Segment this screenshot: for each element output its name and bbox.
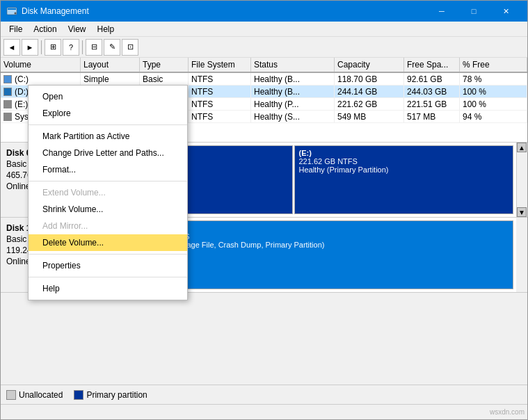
toolbar-forward[interactable]: ► — [22, 39, 38, 56]
svg-rect-1 — [8, 8, 16, 10]
legend-unalloc-box — [6, 390, 16, 400]
ctx-extend: Extend Volume... — [29, 184, 187, 201]
cell-pct-1: 100 % — [460, 86, 527, 97]
cell-pct-3: 94 % — [460, 111, 527, 122]
disk-management-window: Disk Management ─ □ ✕ File Action View H… — [0, 0, 528, 420]
title-controls: ─ □ ✕ — [426, 1, 522, 22]
legend-primary-box — [74, 390, 83, 400]
table-row[interactable]: (C:) Simple Basic NTFS Healthy (B... 118… — [1, 73, 527, 86]
ctx-help[interactable]: Help — [29, 280, 187, 297]
cell-free-0: 92.61 GB — [404, 73, 460, 85]
cell-free-2: 221.51 GB — [404, 98, 460, 110]
ctx-shrink[interactable]: Shrink Volume... — [29, 201, 187, 218]
scrollbar-spacer — [516, 218, 527, 292]
legend-primary: Primary partition — [74, 390, 147, 400]
cell-fs-2: NTFS — [189, 98, 251, 110]
toolbar-back[interactable]: ◄ — [3, 39, 20, 56]
ctx-explore[interactable]: Explore — [29, 105, 187, 122]
col-capacity[interactable]: Capacity — [335, 58, 404, 72]
ctx-sep-4 — [29, 277, 187, 277]
toolbar: ◄ ► ⊞ ? ⊟ ✎ ⊡ — [1, 37, 527, 58]
volume-icon-3 — [3, 113, 12, 121]
cell-status-2: Healthy (P... — [251, 98, 335, 110]
ctx-format[interactable]: Format... — [29, 161, 187, 178]
d0p1-detail1: 221.62 GB NTFS — [299, 157, 509, 165]
toolbar-edit[interactable]: ✎ — [104, 39, 120, 56]
toolbar-help[interactable]: ? — [63, 39, 79, 56]
scroll-up[interactable]: ▲ — [517, 143, 527, 152]
context-menu: Open Explore Mark Partition as Active Ch… — [28, 85, 188, 300]
menu-view[interactable]: View — [63, 23, 92, 35]
title-bar-left: Disk Management — [6, 6, 89, 17]
minimize-button[interactable]: ─ — [426, 1, 458, 22]
title-bar: Disk Management ─ □ ✕ — [1, 1, 527, 22]
cell-type-0: Basic — [140, 73, 189, 85]
col-layout[interactable]: Layout — [81, 58, 140, 72]
app-icon — [6, 6, 17, 17]
toolbar-square[interactable]: ⊡ — [122, 39, 138, 56]
menu-file[interactable]: File — [3, 23, 28, 35]
cell-free-3: 517 MB — [404, 111, 460, 122]
d0p1-label: (E:) — [299, 149, 509, 157]
cell-status-1: Healthy (B... — [251, 86, 335, 97]
window-title: Disk Management — [22, 6, 89, 16]
col-status[interactable]: Status — [251, 58, 335, 72]
ctx-properties[interactable]: Properties — [29, 257, 187, 274]
menu-help[interactable]: Help — [92, 23, 120, 35]
scroll-area — [517, 152, 527, 207]
status-bar: wsxdn.com — [1, 404, 527, 419]
cell-status-0: Healthy (B... — [251, 73, 335, 85]
ctx-change-letter[interactable]: Change Drive Letter and Paths... — [29, 145, 187, 161]
ctx-sep-3 — [29, 254, 187, 255]
ctx-delete-volume[interactable]: Delete Volume... — [29, 234, 187, 251]
svg-point-2 — [15, 13, 17, 15]
menu-action[interactable]: Action — [28, 23, 62, 35]
volume-icon-2 — [3, 100, 12, 108]
ctx-open[interactable]: Open — [29, 88, 187, 105]
cell-pct-2: 100 % — [460, 98, 527, 110]
cell-capacity-3: 549 MB — [335, 111, 404, 122]
toolbar-sep-1 — [41, 40, 42, 54]
cell-free-1: 244.03 GB — [404, 86, 460, 97]
col-free[interactable]: Free Spa... — [404, 58, 460, 72]
scrollbar-track[interactable]: ▲ ▼ — [516, 143, 527, 217]
maximize-button[interactable]: □ — [458, 1, 490, 22]
cell-status-3: Healthy (S... — [251, 111, 335, 122]
col-volume[interactable]: Volume — [1, 58, 81, 72]
cell-fs-3: NTFS — [189, 111, 251, 122]
cell-capacity-2: 221.62 GB — [335, 98, 404, 110]
ctx-sep-2 — [29, 181, 187, 181]
col-filesystem[interactable]: File System — [189, 58, 251, 72]
cell-capacity-1: 244.14 GB — [335, 86, 404, 97]
toolbar-minus[interactable]: ⊟ — [86, 39, 102, 56]
volume-icon-1 — [3, 88, 12, 96]
col-pct[interactable]: % Free — [460, 58, 527, 72]
ctx-add-mirror: Add Mirror... — [29, 218, 187, 234]
legend-unalloc: Unallocated — [6, 390, 63, 400]
watermark: wsxdn.com — [490, 408, 525, 416]
cell-volume-0: (C:) — [1, 73, 81, 85]
col-type[interactable]: Type — [140, 58, 189, 72]
close-button[interactable]: ✕ — [490, 1, 522, 22]
scroll-down[interactable]: ▼ — [517, 207, 527, 217]
cell-layout-0: Simple — [81, 73, 140, 85]
d0p1-detail2: Healthy (Primary Partition) — [299, 165, 509, 174]
legend-bar: Unallocated Primary partition — [1, 385, 527, 404]
menu-bar: File Action View Help — [1, 22, 527, 37]
cell-pct-0: 78 % — [460, 73, 527, 85]
legend-unalloc-label: Unallocated — [19, 390, 63, 400]
toolbar-grid[interactable]: ⊞ — [45, 39, 61, 56]
cell-capacity-0: 118.70 GB — [335, 73, 404, 85]
ctx-mark-active[interactable]: Mark Partition as Active — [29, 128, 187, 145]
ctx-sep-1 — [29, 124, 187, 125]
cell-fs-1: NTFS — [189, 86, 251, 97]
disk-0-part-1[interactable]: (E:) 221.62 GB NTFS Healthy (Primary Par… — [294, 145, 514, 214]
toolbar-sep-2 — [82, 40, 83, 54]
legend-primary-label: Primary partition — [86, 390, 147, 400]
cell-fs-0: NTFS — [189, 73, 251, 85]
table-header: Volume Layout Type File System Status Ca… — [1, 58, 527, 73]
volume-icon-0 — [3, 75, 12, 83]
